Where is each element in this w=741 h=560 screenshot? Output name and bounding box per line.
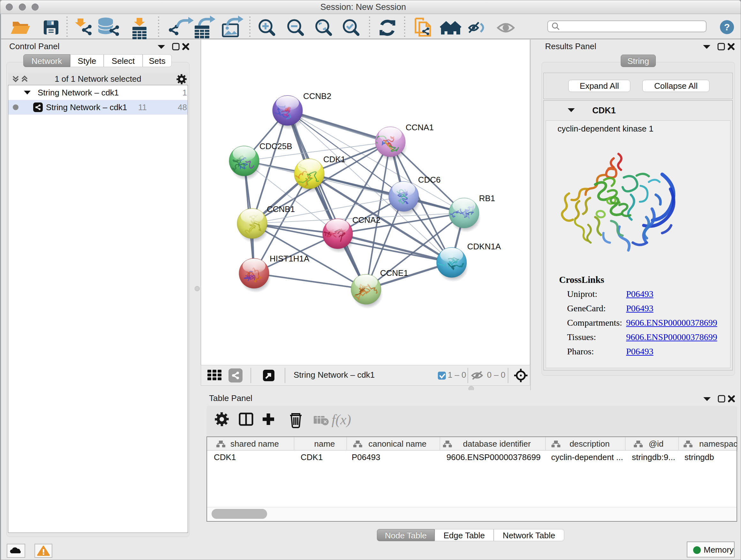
svg-text:CDK1: CDK1 <box>323 154 345 164</box>
svg-text:HIST1H1A: HIST1H1A <box>270 254 310 263</box>
svg-text:CCNE1: CCNE1 <box>380 268 408 278</box>
svg-text:CDC25B: CDC25B <box>259 141 292 151</box>
svg-text:CDKN1A: CDKN1A <box>467 242 501 251</box>
svg-text:CDC6: CDC6 <box>418 175 441 185</box>
svg-text:CCNA2: CCNA2 <box>352 215 381 225</box>
svg-text:CCNA1: CCNA1 <box>406 123 434 132</box>
svg-text:CCNB2: CCNB2 <box>303 91 331 101</box>
svg-text:RB1: RB1 <box>479 193 495 203</box>
svg-text:CCNB1: CCNB1 <box>267 204 295 214</box>
